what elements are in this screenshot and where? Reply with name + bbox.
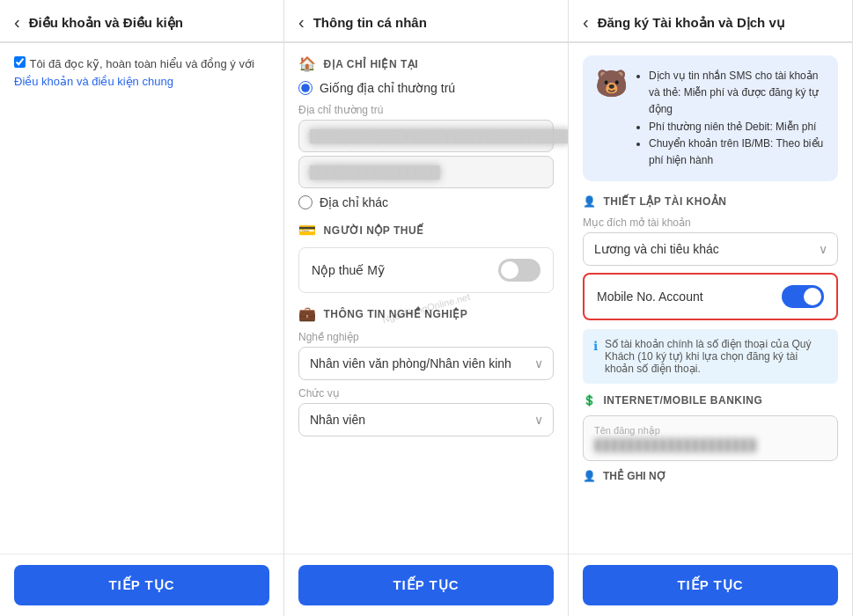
address-field-line2[interactable]: ████████████████ — [298, 156, 554, 188]
position-label: Chức vụ — [298, 387, 554, 400]
account-purpose-label: Mục đích mở tài khoản — [583, 216, 838, 229]
career-input-wrapper: Nghề nghiệp Nhân viên văn phòng/Nhân viê… — [298, 331, 554, 380]
info-note: ℹ Số tài khoản chính là số điện thoại củ… — [583, 329, 838, 384]
career-section-label: 💼 THÔNG TIN NGHỀ NGHIỆP — [298, 305, 554, 322]
account-setup-icon: 👤 — [583, 195, 597, 208]
internet-banking-icon: 💲 — [583, 394, 597, 407]
info-card-icon: 🐻 — [595, 68, 628, 169]
address-field-line1[interactable]: ████████████████████████████████ — [298, 120, 554, 152]
panel1-continue-button[interactable]: TIẾP TỤC — [14, 565, 269, 605]
info-card-item-1: Dịch vụ tin nhắn SMS cho tài khoản và th… — [649, 68, 826, 119]
radio-same-input[interactable] — [298, 81, 313, 95]
internet-section-title: 💲 INTERNET/MOBILE BANKING — [583, 394, 838, 407]
radio-other-label: Địa chỉ khác — [320, 195, 388, 209]
tax-toggle-row: Nộp thuế Mỹ — [298, 247, 554, 293]
panel3-header: ‹ Đăng ký Tài khoản và Dịch vụ — [569, 0, 852, 43]
panel3-continue-button[interactable]: TIẾP TỤC — [583, 565, 838, 605]
username-label: Tên đăng nhập — [594, 425, 827, 436]
panel3-title: Đăng ký Tài khoản và Dịch vụ — [598, 15, 785, 31]
info-note-icon: ℹ — [593, 339, 598, 353]
career-select[interactable]: Nhân viên văn phòng/Nhân viên kinh — [298, 347, 554, 380]
debit-section-title: 👤 THẺ GHI NỢ — [583, 470, 838, 482]
address-section-label: 🏠 ĐỊA CHỈ HIỆN TẠI — [298, 55, 554, 72]
panel1-content: Tôi đã đọc kỹ, hoàn toàn hiểu và đồng ý … — [0, 43, 283, 554]
address-icon: 🏠 — [298, 55, 317, 72]
career-select-wrapper: Nhân viên văn phòng/Nhân viên kinh — [298, 347, 554, 380]
panel2-content: 🏠 ĐỊA CHỈ HIỆN TẠI Giống địa chỉ thường … — [284, 43, 568, 554]
username-wrapper: Tên đăng nhập ████████████████████ — [583, 415, 838, 461]
panel-personal-info: ‹ Thông tin cá nhân 🏠 ĐỊA CHỈ HIỆN TẠI G… — [284, 0, 569, 616]
terms-text: Tôi đã đọc kỹ, hoàn toàn hiểu và đồng ý … — [14, 57, 254, 88]
panel2-title: Thông tin cá nhân — [313, 15, 427, 30]
mobile-no-label: Mobile No. Account — [597, 290, 703, 304]
tax-icon: 💳 — [298, 222, 317, 238]
back-arrow-p2[interactable]: ‹ — [298, 12, 305, 33]
mobile-no-row: Mobile No. Account — [583, 273, 838, 320]
radio-other-input[interactable] — [298, 195, 313, 209]
mobile-no-toggle-slider — [782, 285, 824, 308]
tax-section-label: 💳 NGƯỜI NỘP THUẾ — [298, 222, 554, 238]
terms-checkbox-row: Tôi đã đọc kỹ, hoàn toàn hiểu và đồng ý … — [14, 55, 269, 90]
tax-toggle-slider — [498, 259, 540, 282]
mobile-no-toggle[interactable] — [782, 285, 824, 308]
position-select[interactable]: Nhân viên — [298, 403, 554, 436]
address-label: Địa chỉ thường trú — [298, 104, 554, 116]
panel1-footer: TIẾP TỤC — [0, 554, 283, 616]
tax-toggle-label: Nộp thuế Mỹ — [312, 263, 385, 277]
info-card-list: Dịch vụ tin nhắn SMS cho tài khoản và th… — [636, 68, 826, 169]
internet-section: Tên đăng nhập ████████████████████ — [583, 415, 838, 461]
position-select-wrapper: Nhân viên — [298, 403, 554, 436]
terms-checkbox[interactable] — [14, 56, 26, 68]
info-card-item-3: Chuyển khoản trên IB/MB: Theo biểu phí h… — [649, 136, 826, 169]
account-purpose-select-wrapper: Lương và chi tiêu khác — [583, 232, 838, 266]
info-note-text: Số tài khoản chính là số điện thoại của … — [605, 338, 827, 375]
radio-other-address[interactable]: Địa chỉ khác — [298, 195, 554, 209]
account-purpose-wrapper: Mục đích mở tài khoản Lương và chi tiêu … — [583, 216, 838, 266]
panel1-header: ‹ Điều khoản và Điều kiện — [0, 0, 283, 43]
panel3-content: 🐻 Dịch vụ tin nhắn SMS cho tài khoản và … — [569, 43, 852, 554]
career-label: Nghề nghiệp — [298, 331, 554, 343]
account-section-title: 👤 THIẾT LẬP TÀI KHOẢN — [583, 195, 838, 208]
address-input-wrapper: Địa chỉ thường trú █████████████████████… — [298, 104, 554, 188]
back-arrow-p1[interactable]: ‹ — [14, 12, 20, 33]
career-icon: 💼 — [298, 305, 317, 322]
panel3-footer: TIẾP TỤC — [569, 554, 852, 616]
info-card-text: Dịch vụ tin nhắn SMS cho tài khoản và th… — [636, 68, 826, 169]
panel2-continue-button[interactable]: TIẾP TỤC — [298, 565, 554, 605]
panel2-header: ‹ Thông tin cá nhân — [284, 0, 568, 43]
back-arrow-p3[interactable]: ‹ — [583, 12, 589, 33]
account-purpose-select[interactable]: Lương và chi tiêu khác — [583, 232, 838, 266]
panel1-title: Điều khoản và Điều kiện — [29, 15, 183, 31]
info-card: 🐻 Dịch vụ tin nhắn SMS cho tài khoản và … — [583, 55, 838, 181]
username-value: ████████████████████ — [594, 438, 827, 451]
panel2-footer: TIẾP TỤC — [284, 554, 568, 616]
info-card-item-2: Phí thường niên thẻ Debit: Miễn phí — [649, 119, 826, 136]
panel-register-account: ‹ Đăng ký Tài khoản và Dịch vụ 🐻 Dịch vụ… — [569, 0, 853, 616]
position-input-wrapper: Chức vụ Nhân viên — [298, 387, 554, 436]
tax-toggle[interactable] — [498, 259, 540, 282]
radio-same-address[interactable]: Giống địa chỉ thường trú — [298, 81, 554, 95]
debit-card-icon: 👤 — [583, 470, 596, 482]
radio-same-label: Giống địa chỉ thường trú — [320, 81, 455, 95]
panel-terms: ‹ Điều khoản và Điều kiện Tôi đã đọc kỹ,… — [0, 0, 284, 616]
terms-link[interactable]: Điều khoản và điều kiện chung — [14, 75, 173, 88]
